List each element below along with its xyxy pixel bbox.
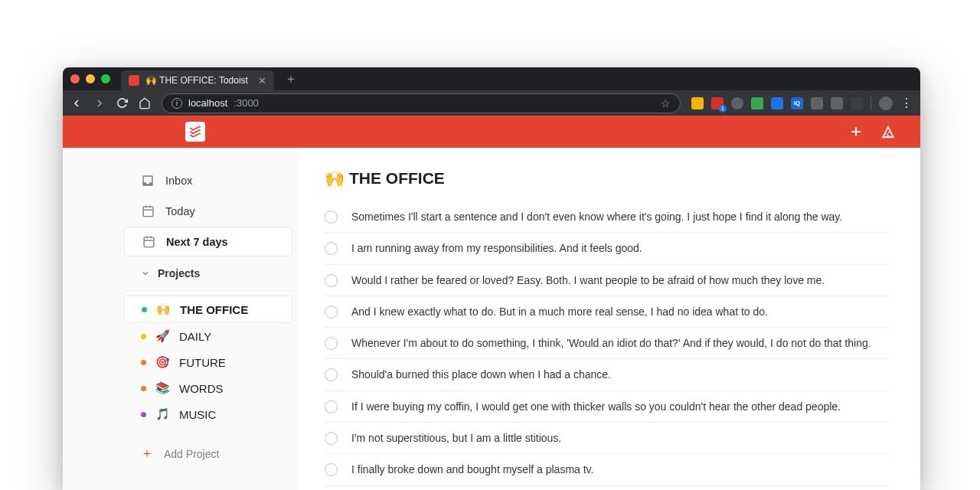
project-color-dot bbox=[142, 307, 147, 312]
pizza-icon[interactable] bbox=[880, 124, 896, 139]
window-maximize-button[interactable] bbox=[101, 74, 110, 83]
sidebar-project-item[interactable]: 🎵MUSIC bbox=[124, 401, 292, 427]
app-logo[interactable] bbox=[185, 122, 205, 142]
tab-title: 🙌 THE OFFICE: Todoist bbox=[145, 75, 248, 86]
project-emoji: 🚀 bbox=[155, 329, 170, 343]
extension-icons: IQ ⋮ bbox=[691, 96, 913, 110]
svg-rect-5 bbox=[143, 207, 153, 217]
project-name: MUSIC bbox=[179, 408, 216, 421]
task-text: Would I rather be feared or loved? Easy.… bbox=[351, 273, 825, 288]
project-color-dot bbox=[141, 334, 146, 339]
sidebar-project-item[interactable]: 📚WORDS bbox=[124, 375, 292, 401]
extension-icon[interactable] bbox=[831, 97, 843, 109]
task-row[interactable]: I'm not superstitious, but I am a little… bbox=[325, 423, 890, 454]
app-body: Inbox Today Next 7 days Projects bbox=[63, 148, 920, 490]
task-text: If I were buying my coffin, I would get … bbox=[351, 399, 841, 414]
task-row[interactable]: Would I rather be feared or loved? Easy.… bbox=[325, 265, 890, 296]
sidebar: Inbox Today Next 7 days Projects bbox=[63, 148, 297, 490]
sidebar-item-next7days[interactable]: Next 7 days bbox=[124, 227, 292, 256]
task-checkbox[interactable] bbox=[325, 274, 338, 287]
nav-forward-icon[interactable] bbox=[93, 97, 106, 109]
project-name: THE OFFICE bbox=[180, 303, 248, 316]
sidebar-project-item[interactable]: 🙌THE OFFICE bbox=[124, 296, 292, 323]
plus-icon: ＋ bbox=[141, 446, 153, 462]
svg-point-4 bbox=[887, 135, 889, 136]
task-row[interactable]: And I knew exactly what to do. But in a … bbox=[325, 296, 890, 328]
browser-menu-icon[interactable]: ⋮ bbox=[900, 96, 913, 110]
project-name: DAILY bbox=[179, 330, 211, 343]
task-checkbox[interactable] bbox=[325, 432, 338, 445]
task-text: Whenever I'm about to do something, I th… bbox=[351, 335, 871, 351]
project-color-dot bbox=[141, 412, 146, 417]
sidebar-item-inbox[interactable]: Inbox bbox=[124, 166, 292, 195]
window-close-button[interactable] bbox=[70, 74, 80, 83]
nav-reload-icon[interactable] bbox=[116, 97, 128, 109]
project-emoji: 🙌 bbox=[156, 302, 171, 316]
sidebar-divider bbox=[126, 290, 297, 291]
project-emoji: 📚 bbox=[155, 381, 170, 395]
extension-icon[interactable] bbox=[691, 97, 704, 109]
extension-icon[interactable] bbox=[771, 97, 783, 109]
task-row[interactable]: I am running away from my responsibiliti… bbox=[325, 233, 890, 264]
project-color-dot bbox=[141, 386, 146, 391]
extension-icon[interactable] bbox=[751, 97, 763, 109]
url-path: :3000 bbox=[234, 97, 259, 109]
url-bar[interactable]: i localhost:3000 ☆ bbox=[162, 93, 681, 113]
sidebar-item-today[interactable]: Today bbox=[124, 197, 292, 225]
task-checkbox[interactable] bbox=[325, 463, 338, 476]
task-row[interactable]: Sometimes I'll start a sentence and I do… bbox=[325, 201, 890, 233]
window-minimize-button[interactable] bbox=[86, 74, 95, 83]
task-text: Should'a burned this place down when I h… bbox=[351, 367, 611, 382]
extension-icon[interactable] bbox=[731, 97, 743, 109]
sidebar-projects-header[interactable]: Projects bbox=[124, 258, 297, 286]
task-row[interactable]: I finally broke down and bought myself a… bbox=[325, 454, 890, 485]
nav-home-icon[interactable] bbox=[139, 97, 151, 109]
profile-avatar[interactable] bbox=[879, 96, 893, 110]
url-host: localhost bbox=[188, 97, 227, 109]
browser-tab[interactable]: 🙌 THE OFFICE: Todoist ✕ bbox=[121, 70, 274, 90]
main-content: 🙌 THE OFFICE Sometimes I'll start a sent… bbox=[297, 148, 920, 490]
task-checkbox[interactable] bbox=[325, 211, 338, 224]
add-project-label: Add Project bbox=[164, 448, 219, 460]
browser-tab-bar: 🙌 THE OFFICE: Todoist ✕ ＋ bbox=[63, 67, 920, 90]
sidebar-item-label: Next 7 days bbox=[166, 236, 228, 248]
nav-back-icon[interactable] bbox=[70, 97, 83, 109]
extension-icon[interactable] bbox=[811, 97, 823, 109]
title-emoji: 🙌 bbox=[325, 169, 345, 188]
add-project-button[interactable]: ＋ Add Project bbox=[124, 438, 292, 469]
sidebar-item-label: Inbox bbox=[165, 175, 192, 187]
extension-icon[interactable] bbox=[851, 97, 863, 109]
task-row[interactable]: If I were buying my coffin, I would get … bbox=[325, 391, 890, 423]
sidebar-project-item[interactable]: 🎯FUTURE bbox=[124, 349, 292, 375]
title-text: THE OFFICE bbox=[349, 169, 445, 188]
site-info-icon[interactable]: i bbox=[172, 98, 182, 109]
task-text: I finally broke down and bought myself a… bbox=[351, 462, 593, 477]
task-checkbox[interactable] bbox=[325, 242, 338, 255]
task-checkbox[interactable] bbox=[325, 368, 338, 381]
project-color-dot bbox=[141, 360, 146, 365]
svg-rect-9 bbox=[144, 237, 154, 247]
add-task-icon[interactable] bbox=[848, 124, 864, 139]
chevron-down-icon bbox=[141, 269, 150, 278]
new-tab-button[interactable]: ＋ bbox=[285, 71, 297, 87]
svg-point-2 bbox=[886, 133, 887, 135]
tab-favicon bbox=[129, 75, 139, 86]
bookmark-star-icon[interactable]: ☆ bbox=[661, 97, 671, 109]
browser-window: 🙌 THE OFFICE: Todoist ✕ ＋ i localhost:30… bbox=[63, 67, 920, 490]
project-name: WORDS bbox=[179, 382, 224, 395]
sidebar-section-label: Projects bbox=[158, 267, 200, 279]
project-name: FUTURE bbox=[179, 356, 226, 369]
task-text: I'm not superstitious, but I am a little… bbox=[351, 430, 561, 446]
task-checkbox[interactable] bbox=[325, 400, 338, 413]
task-row[interactable]: Should'a burned this place down when I h… bbox=[325, 359, 890, 390]
extension-icon[interactable]: IQ bbox=[791, 97, 803, 109]
tab-close-icon[interactable]: ✕ bbox=[258, 75, 266, 87]
task-checkbox[interactable] bbox=[325, 337, 338, 350]
app-header bbox=[63, 116, 920, 148]
inbox-icon bbox=[141, 174, 155, 188]
extension-icon[interactable] bbox=[711, 97, 724, 109]
calendar-week-icon bbox=[142, 235, 155, 248]
sidebar-project-item[interactable]: 🚀DAILY bbox=[124, 323, 292, 349]
task-checkbox[interactable] bbox=[325, 305, 338, 318]
task-row[interactable]: Whenever I'm about to do something, I th… bbox=[325, 328, 890, 359]
